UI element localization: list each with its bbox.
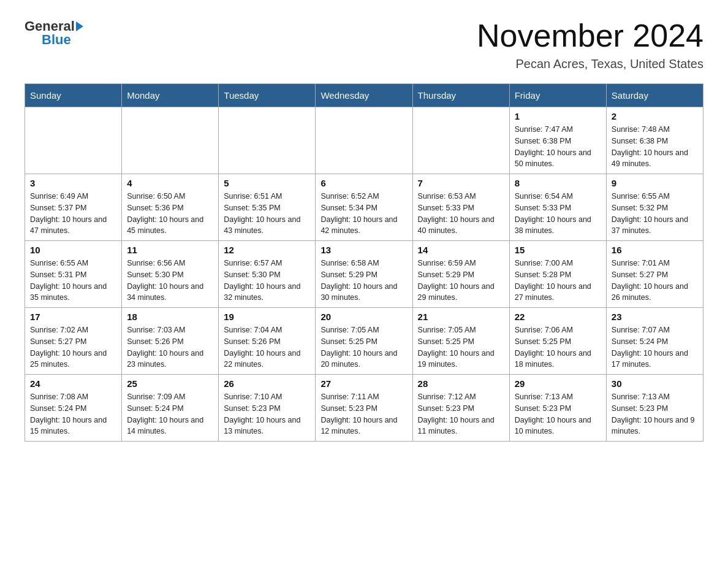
calendar: SundayMondayTuesdayWednesdayThursdayFrid…: [25, 83, 703, 442]
calendar-cell-w0-d4: [412, 107, 509, 174]
day-info: Sunrise: 7:10 AM Sunset: 5:23 PM Dayligh…: [224, 391, 310, 437]
week-row-3: 17Sunrise: 7:02 AM Sunset: 5:27 PM Dayli…: [25, 308, 703, 375]
calendar-cell-w2-d0: 10Sunrise: 6:55 AM Sunset: 5:31 PM Dayli…: [25, 241, 122, 308]
calendar-cell-w1-d3: 6Sunrise: 6:52 AM Sunset: 5:34 PM Daylig…: [316, 174, 412, 241]
calendar-cell-w3-d6: 23Sunrise: 7:07 AM Sunset: 5:24 PM Dayli…: [606, 308, 703, 375]
day-info: Sunrise: 7:02 AM Sunset: 5:27 PM Dayligh…: [30, 324, 116, 370]
title-area: November 2024 Pecan Acres, Texas, United…: [477, 18, 703, 71]
day-number: 11: [127, 245, 213, 255]
calendar-cell-w4-d1: 25Sunrise: 7:09 AM Sunset: 5:24 PM Dayli…: [122, 375, 219, 442]
day-info: Sunrise: 7:12 AM Sunset: 5:23 PM Dayligh…: [418, 391, 504, 437]
day-number: 3: [30, 178, 116, 188]
calendar-cell-w1-d2: 5Sunrise: 6:51 AM Sunset: 5:35 PM Daylig…: [219, 174, 316, 241]
weekday-header-thursday: Thursday: [412, 84, 509, 107]
week-row-1: 3Sunrise: 6:49 AM Sunset: 5:37 PM Daylig…: [25, 174, 703, 241]
calendar-cell-w3-d4: 21Sunrise: 7:05 AM Sunset: 5:25 PM Dayli…: [412, 308, 509, 375]
day-info: Sunrise: 6:51 AM Sunset: 5:35 PM Dayligh…: [224, 191, 310, 237]
calendar-cell-w2-d3: 13Sunrise: 6:58 AM Sunset: 5:29 PM Dayli…: [316, 241, 412, 308]
week-row-2: 10Sunrise: 6:55 AM Sunset: 5:31 PM Dayli…: [25, 241, 703, 308]
calendar-cell-w2-d5: 15Sunrise: 7:00 AM Sunset: 5:28 PM Dayli…: [509, 241, 606, 308]
day-info: Sunrise: 7:09 AM Sunset: 5:24 PM Dayligh…: [127, 391, 213, 437]
weekday-header-monday: Monday: [122, 84, 219, 107]
day-info: Sunrise: 6:57 AM Sunset: 5:30 PM Dayligh…: [224, 258, 310, 304]
day-number: 20: [320, 312, 407, 322]
calendar-cell-w2-d2: 12Sunrise: 6:57 AM Sunset: 5:30 PM Dayli…: [219, 241, 316, 308]
calendar-cell-w3-d2: 19Sunrise: 7:04 AM Sunset: 5:26 PM Dayli…: [219, 308, 316, 375]
calendar-cell-w0-d2: [219, 107, 316, 174]
day-number: 25: [127, 378, 213, 389]
day-number: 13: [320, 245, 407, 255]
week-row-4: 24Sunrise: 7:08 AM Sunset: 5:24 PM Dayli…: [25, 375, 703, 442]
calendar-cell-w3-d5: 22Sunrise: 7:06 AM Sunset: 5:25 PM Dayli…: [509, 308, 606, 375]
day-info: Sunrise: 7:05 AM Sunset: 5:25 PM Dayligh…: [418, 324, 504, 370]
header: General Blue November 2024 Pecan Acres, …: [25, 18, 703, 71]
calendar-cell-w3-d1: 18Sunrise: 7:03 AM Sunset: 5:26 PM Dayli…: [122, 308, 219, 375]
day-number: 21: [418, 312, 504, 322]
logo: General Blue: [25, 18, 86, 48]
logo-blue: Blue: [42, 32, 71, 48]
weekday-header-friday: Friday: [509, 84, 606, 107]
day-number: 24: [30, 378, 116, 389]
day-info: Sunrise: 7:08 AM Sunset: 5:24 PM Dayligh…: [30, 391, 116, 437]
day-number: 9: [612, 178, 698, 188]
main-title: November 2024: [477, 18, 703, 53]
day-info: Sunrise: 7:13 AM Sunset: 5:23 PM Dayligh…: [515, 391, 601, 437]
day-info: Sunrise: 7:04 AM Sunset: 5:26 PM Dayligh…: [224, 324, 310, 370]
calendar-cell-w0-d5: 1Sunrise: 7:47 AM Sunset: 6:38 PM Daylig…: [509, 107, 606, 174]
calendar-cell-w2-d1: 11Sunrise: 6:56 AM Sunset: 5:30 PM Dayli…: [122, 241, 219, 308]
calendar-cell-w1-d5: 8Sunrise: 6:54 AM Sunset: 5:33 PM Daylig…: [509, 174, 606, 241]
calendar-cell-w4-d2: 26Sunrise: 7:10 AM Sunset: 5:23 PM Dayli…: [219, 375, 316, 442]
day-info: Sunrise: 6:50 AM Sunset: 5:36 PM Dayligh…: [127, 191, 213, 237]
day-info: Sunrise: 6:59 AM Sunset: 5:29 PM Dayligh…: [418, 258, 504, 304]
day-number: 30: [612, 378, 698, 389]
day-number: 14: [418, 245, 504, 255]
calendar-cell-w3-d3: 20Sunrise: 7:05 AM Sunset: 5:25 PM Dayli…: [316, 308, 412, 375]
day-number: 6: [320, 178, 407, 188]
day-info: Sunrise: 7:07 AM Sunset: 5:24 PM Dayligh…: [612, 324, 698, 370]
weekday-header-wednesday: Wednesday: [316, 84, 412, 107]
day-number: 5: [224, 178, 310, 188]
calendar-cell-w0-d6: 2Sunrise: 7:48 AM Sunset: 6:38 PM Daylig…: [606, 107, 703, 174]
weekday-header-tuesday: Tuesday: [219, 84, 316, 107]
day-info: Sunrise: 6:52 AM Sunset: 5:34 PM Dayligh…: [320, 191, 407, 237]
subtitle: Pecan Acres, Texas, United States: [477, 57, 703, 71]
calendar-cell-w4-d3: 27Sunrise: 7:11 AM Sunset: 5:23 PM Dayli…: [316, 375, 412, 442]
day-info: Sunrise: 6:49 AM Sunset: 5:37 PM Dayligh…: [30, 191, 116, 237]
day-info: Sunrise: 6:58 AM Sunset: 5:29 PM Dayligh…: [320, 258, 407, 304]
day-info: Sunrise: 7:06 AM Sunset: 5:25 PM Dayligh…: [515, 324, 601, 370]
day-number: 8: [515, 178, 601, 188]
day-number: 4: [127, 178, 213, 188]
calendar-cell-w4-d6: 30Sunrise: 7:13 AM Sunset: 5:23 PM Dayli…: [606, 375, 703, 442]
weekday-header-saturday: Saturday: [606, 84, 703, 107]
day-number: 27: [320, 378, 407, 389]
day-info: Sunrise: 7:01 AM Sunset: 5:27 PM Dayligh…: [612, 258, 698, 304]
day-number: 23: [612, 312, 698, 322]
day-info: Sunrise: 7:05 AM Sunset: 5:25 PM Dayligh…: [320, 324, 407, 370]
calendar-cell-w0-d1: [122, 107, 219, 174]
day-number: 29: [515, 378, 601, 389]
week-row-0: 1Sunrise: 7:47 AM Sunset: 6:38 PM Daylig…: [25, 107, 703, 174]
calendar-cell-w3-d0: 17Sunrise: 7:02 AM Sunset: 5:27 PM Dayli…: [25, 308, 122, 375]
calendar-cell-w1-d4: 7Sunrise: 6:53 AM Sunset: 5:33 PM Daylig…: [412, 174, 509, 241]
day-number: 18: [127, 312, 213, 322]
day-info: Sunrise: 7:03 AM Sunset: 5:26 PM Dayligh…: [127, 324, 213, 370]
calendar-cell-w4-d4: 28Sunrise: 7:12 AM Sunset: 5:23 PM Dayli…: [412, 375, 509, 442]
day-info: Sunrise: 6:55 AM Sunset: 5:32 PM Dayligh…: [612, 191, 698, 237]
calendar-cell-w0-d0: [25, 107, 122, 174]
day-info: Sunrise: 6:54 AM Sunset: 5:33 PM Dayligh…: [515, 191, 601, 237]
day-number: 16: [612, 245, 698, 255]
calendar-cell-w2-d6: 16Sunrise: 7:01 AM Sunset: 5:27 PM Dayli…: [606, 241, 703, 308]
calendar-cell-w1-d1: 4Sunrise: 6:50 AM Sunset: 5:36 PM Daylig…: [122, 174, 219, 241]
day-number: 7: [418, 178, 504, 188]
day-info: Sunrise: 6:55 AM Sunset: 5:31 PM Dayligh…: [30, 258, 116, 304]
day-number: 28: [418, 378, 504, 389]
day-number: 22: [515, 312, 601, 322]
day-number: 26: [224, 378, 310, 389]
day-info: Sunrise: 6:56 AM Sunset: 5:30 PM Dayligh…: [127, 258, 213, 304]
day-number: 10: [30, 245, 116, 255]
day-info: Sunrise: 7:11 AM Sunset: 5:23 PM Dayligh…: [320, 391, 407, 437]
day-info: Sunrise: 6:53 AM Sunset: 5:33 PM Dayligh…: [418, 191, 504, 237]
day-number: 15: [515, 245, 601, 255]
day-info: Sunrise: 7:13 AM Sunset: 5:23 PM Dayligh…: [612, 391, 698, 437]
calendar-cell-w4-d5: 29Sunrise: 7:13 AM Sunset: 5:23 PM Dayli…: [509, 375, 606, 442]
